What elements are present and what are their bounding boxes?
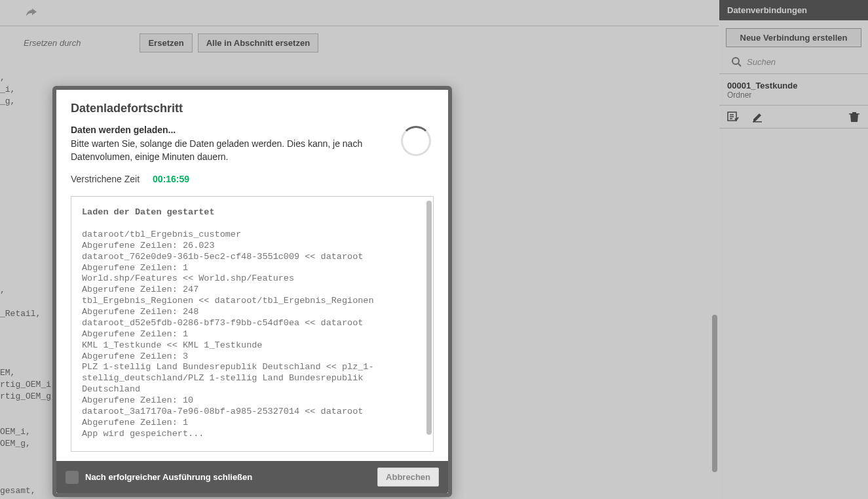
dialog-title: Datenladefortschritt <box>71 102 434 115</box>
loading-status: Daten werden geladen... <box>71 125 388 135</box>
log-output: Laden der Daten gestartet dataroot/tbl_E… <box>71 196 434 452</box>
cancel-button[interactable]: Abbrechen <box>377 468 439 487</box>
checkbox-box <box>66 471 79 484</box>
spinner-icon <box>401 126 431 156</box>
elapsed-time-label: Verstrichene Zeit <box>71 174 140 184</box>
checkbox-label: Nach erfolgreicher Ausführung schließen <box>85 472 252 482</box>
right-panel: Datenverbindungen Neue Verbindung erstel… <box>719 0 868 499</box>
log-text[interactable]: Laden der Daten gestartet dataroot/tbl_E… <box>71 197 433 451</box>
dialog-footer: Nach erfolgreicher Ausführung schließen … <box>56 461 448 493</box>
right-panel-overlay <box>719 0 868 499</box>
elapsed-time-value: 00:16:59 <box>153 174 189 184</box>
log-scrollbar[interactable] <box>426 201 432 447</box>
loading-description: Bitte warten Sie, solange die Daten gela… <box>71 138 388 163</box>
data-load-dialog: Datenladefortschritt Daten werden gelade… <box>52 86 452 497</box>
close-on-success-checkbox[interactable]: Nach erfolgreicher Ausführung schließen <box>66 471 252 484</box>
